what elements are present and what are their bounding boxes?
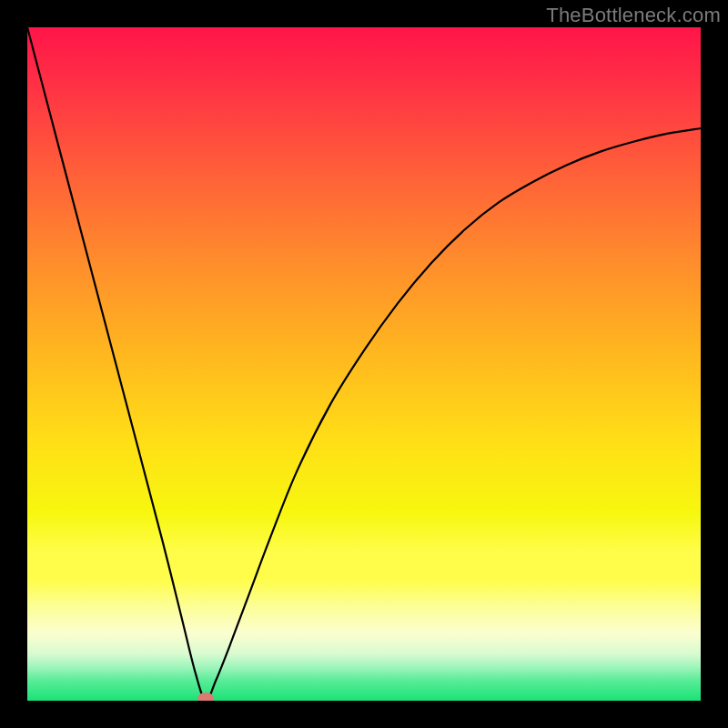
bottleneck-curve-path [27,27,701,701]
chart-frame: TheBottleneck.com [0,0,728,728]
watermark-text: TheBottleneck.com [546,4,721,27]
curve-svg [27,27,701,701]
plot-area [27,27,701,701]
min-marker [197,693,214,701]
